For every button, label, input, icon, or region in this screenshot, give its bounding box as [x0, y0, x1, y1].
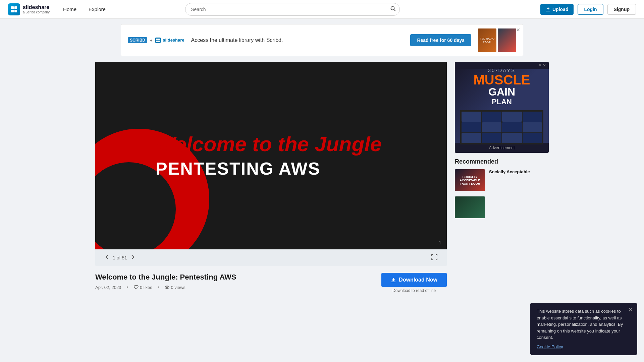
banner-image-2: [498, 28, 516, 52]
fullscreen-button[interactable]: [429, 253, 440, 263]
rec-info-2: [489, 196, 549, 218]
banner-images: TED RADIO HOUR: [478, 28, 516, 52]
slideshare-logo-banner: slideshare: [155, 38, 184, 43]
rec-item-1[interactable]: SOCIALLY ACCEPTABLEFRONT DOOR Socially A…: [455, 169, 549, 191]
download-sub-label: Download to read offline: [392, 288, 436, 293]
ad-panel-close-button[interactable]: ✕ ✕: [538, 63, 546, 68]
rec-thumb-inner-1: SOCIALLY ACCEPTABLEFRONT DOOR: [455, 169, 485, 191]
logo-text: slideshare a Scribd company: [23, 4, 50, 14]
slide-counter: 1 of 51: [113, 255, 127, 260]
svg-rect-1: [14, 6, 17, 9]
ad-panel-image: 30-DAYS MUSCLE GAIN PLAN: [455, 69, 549, 143]
slide-text-area: Welcome to the Jungle PENTESTING AWS: [156, 133, 427, 178]
right-sidebar: ✕ ✕ 30-DAYS MUSCLE GAIN PLAN: [455, 62, 549, 293]
ad-grid: [460, 110, 543, 144]
slide-container: Welcome to the Jungle PENTESTING AWS 1: [95, 62, 447, 249]
upload-button[interactable]: Upload: [540, 4, 574, 15]
viewer-section: Welcome to the Jungle PENTESTING AWS 1 1…: [95, 62, 447, 293]
ad-panel: ✕ ✕ 30-DAYS MUSCLE GAIN PLAN: [455, 62, 549, 153]
doc-meta: Welcome to the Jungle: Pentesting AWS Ap…: [95, 273, 381, 290]
doc-title: Welcome to the Jungle: Pentesting AWS: [95, 273, 381, 282]
ad-line3: GAIN: [488, 86, 515, 97]
svg-line-5: [394, 9, 396, 11]
banner-logos: SCRIBD + slideshare: [128, 37, 184, 43]
logo-icon: [8, 3, 20, 15]
scribd-logo: SCRIBD: [128, 37, 147, 43]
doc-views: 0 views: [165, 285, 185, 290]
slide-content: Welcome to the Jungle PENTESTING AWS 1: [95, 62, 447, 249]
rec-info-1: Socially Acceptable: [489, 169, 549, 191]
search-button[interactable]: [390, 6, 396, 13]
cookie-text: This website stores data such as cookies…: [537, 308, 631, 341]
svg-rect-0: [11, 6, 14, 9]
navbar: slideshare a Scribd company Home Explore…: [0, 0, 644, 19]
slide-number: 1: [439, 240, 441, 245]
cookie-banner: ✕ This website stores data such as cooki…: [530, 303, 637, 355]
svg-point-4: [391, 6, 394, 10]
svg-rect-3: [14, 10, 17, 12]
svg-rect-11: [156, 41, 158, 42]
recommended-section: Recommended SOCIALLY ACCEPTABLEFRONT DOO…: [455, 158, 549, 218]
svg-rect-8: [155, 38, 161, 43]
download-button[interactable]: Download Now: [381, 273, 447, 287]
svg-rect-10: [158, 39, 160, 40]
banner-close-button[interactable]: ✕: [516, 27, 520, 33]
cookie-close-button[interactable]: ✕: [628, 306, 633, 313]
svg-rect-12: [158, 41, 160, 42]
download-area: Download Now Download to read offline: [381, 273, 447, 293]
rec-thumb-1: SOCIALLY ACCEPTABLEFRONT DOOR: [455, 169, 485, 191]
banner-image-1: TED RADIO HOUR: [478, 28, 496, 52]
doc-stats: Apr. 02, 2023 • 0 likes •: [95, 284, 381, 290]
ad-line4: PLAN: [492, 97, 512, 107]
banner-plus: +: [150, 38, 153, 43]
controls-bar: 1 of 51: [95, 249, 447, 266]
svg-rect-9: [156, 39, 158, 40]
nav-home[interactable]: Home: [58, 4, 82, 15]
read-free-button[interactable]: Read free for 60 days: [410, 34, 471, 46]
logo[interactable]: slideshare a Scribd company: [8, 3, 50, 15]
doc-info: Welcome to the Jungle: Pentesting AWS Ap…: [95, 273, 447, 293]
recommended-title: Recommended: [455, 158, 549, 165]
doc-date: Apr. 02, 2023: [95, 285, 121, 290]
next-slide-button[interactable]: [127, 253, 138, 263]
doc-likes: 0 likes: [134, 285, 152, 290]
slide-title: Welcome to the Jungle: [156, 133, 427, 156]
banner-text: Access the ultimate library with Scribd.: [191, 37, 404, 43]
ad-line2: MUSCLE: [474, 73, 530, 86]
nav-links: Home Explore: [58, 4, 111, 15]
rec-thumb-inner-2: [455, 196, 485, 218]
login-button[interactable]: Login: [578, 4, 603, 15]
banner-ad: SCRIBD + slideshare Access the ultimate …: [121, 24, 523, 56]
prev-slide-button[interactable]: [102, 253, 113, 263]
nav-explore[interactable]: Explore: [83, 4, 111, 15]
svg-point-13: [165, 286, 169, 289]
svg-point-14: [166, 287, 168, 288]
main-content: Welcome to the Jungle PENTESTING AWS 1 1…: [87, 62, 557, 293]
search-input[interactable]: [185, 3, 400, 16]
nav-right: Upload Login Signup: [540, 4, 636, 15]
svg-rect-2: [11, 10, 14, 12]
rec-title-1: Socially Acceptable: [489, 169, 549, 175]
search-bar: [185, 3, 400, 16]
rec-thumb-2: [455, 196, 485, 218]
rec-item-2[interactable]: [455, 196, 549, 218]
cookie-policy-link[interactable]: Cookie Policy: [537, 344, 563, 349]
signup-button[interactable]: Signup: [607, 4, 636, 15]
slide-subtitle: PENTESTING AWS: [156, 159, 427, 178]
